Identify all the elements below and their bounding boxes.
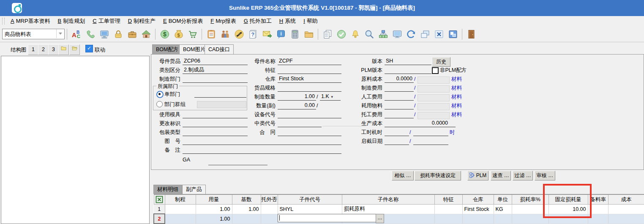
expand-folder-button[interactable] [69,44,80,55]
cell-base[interactable]: 1.00 [232,205,261,214]
row-number[interactable]: 2 [154,214,165,224]
bell-icon[interactable] [349,28,361,41]
col-child-name[interactable]: 子件名称 [342,194,434,205]
col-outsourced[interactable]: 托外否 [261,194,278,205]
exit-door-icon[interactable] [466,28,477,41]
similar-button[interactable]: 相似 … [392,171,414,180]
info-icon[interactable]: i [275,28,287,41]
home-icon[interactable] [140,28,152,41]
copy-docs-icon[interactable] [322,28,333,41]
folder-icon[interactable] [303,28,314,41]
col-usage[interactable]: 用量 [196,194,232,205]
tree-level-3-button[interactable]: 3 [48,44,59,55]
cell-cost[interactable] [608,205,644,214]
work-hours-field1[interactable] [385,128,409,136]
labor-fee-material-link[interactable]: 材料 [451,93,462,100]
sub-qty-field[interactable]: 0.00 [278,102,316,109]
cell-child-name[interactable]: 损耗原料 [342,205,434,214]
linkage-checkbox[interactable]: ✓ [85,45,93,52]
work-hours-field2[interactable] [413,128,448,136]
cell-warehouse[interactable]: First Stock [462,205,494,214]
col-loss-rate[interactable]: 损耗率% [512,194,548,205]
dropdown-arrow-icon[interactable]: ▼ [330,95,334,99]
cell-prep-rate[interactable] [588,214,608,224]
parent-name-field[interactable]: ZCPF [278,57,341,65]
close-x-icon[interactable] [433,28,445,41]
col-prep-rate[interactable]: 备料率 [588,194,608,205]
tab-bom-recipe[interactable]: BOM配方 [152,44,182,55]
cell-loss-rate[interactable] [512,214,548,224]
parent-item-field[interactable]: ZCP06 [183,57,248,65]
consumables-field[interactable] [385,102,414,109]
cell-feature[interactable] [434,205,462,214]
tab-material-detail[interactable]: 材料明细 [153,185,182,194]
mold-field[interactable] [183,111,248,118]
menu-item-mrp-reports[interactable]: FMrp报表 [207,17,240,25]
font-abc-icon[interactable]: ABC [71,28,82,41]
tab-cad-interface[interactable]: CAD接口 [205,44,234,55]
tree-level-2-button[interactable]: 2 [38,44,49,55]
mfg-fee-material-link[interactable]: 材料 [451,85,462,91]
date-range-end-field[interactable] [413,137,448,145]
plm-button[interactable]: PLM [467,171,488,180]
col-feature[interactable]: 特征 [434,194,462,205]
grip-handle[interactable] [2,18,5,25]
outsource-fee-material-link[interactable]: 材料 [451,111,462,118]
clipboard-icon[interactable] [205,28,217,41]
child-code-edit-input[interactable] [278,214,376,222]
version-field[interactable]: SH [385,57,431,65]
category-field[interactable]: 2.制成品 [183,66,248,74]
row-number[interactable]: 1 [154,205,165,214]
tab-byproduct[interactable]: 副产品 [182,185,206,194]
money-bag-icon[interactable]: $ [173,28,184,41]
cell-unit[interactable] [494,214,512,224]
briefcase-icon[interactable] [126,28,138,41]
computer-icon[interactable] [98,28,110,41]
date-range-start-field[interactable] [385,137,409,145]
family-icon[interactable] [219,28,231,41]
phone-icon[interactable] [85,28,96,41]
menu-item-system[interactable]: H系统 [276,17,300,25]
mfg-qty-unit-dropdown[interactable]: 1.K▼ [320,93,341,101]
child-code-lookup-button[interactable]: … [376,214,384,223]
module-combobox[interactable]: 商品物料表 [2,29,65,39]
device-code-field[interactable] [278,111,341,118]
contract-field[interactable] [278,128,341,136]
swap-arrows-icon[interactable] [233,28,245,41]
bom-structure-tree[interactable] [1,56,150,224]
labor-fee-field[interactable] [385,93,414,101]
menu-item-mfg-planning[interactable]: B制造规划 [54,17,89,25]
cell-process[interactable] [165,205,196,214]
non-plm-checkbox[interactable] [432,67,439,74]
dept-group-radio[interactable] [156,101,163,107]
raw-cost-field[interactable]: 0.0000 [385,75,414,83]
chevron-down-icon[interactable] [56,29,64,38]
single-dept-radio[interactable] [156,91,164,98]
lock-icon[interactable] [112,28,124,41]
mid-class-field[interactable] [278,120,322,127]
refresh-icon[interactable] [405,28,417,41]
cell-fixed-loss[interactable] [548,214,588,224]
cell-usage[interactable]: 1.00 [196,205,232,214]
col-fixed-loss[interactable]: 固定损耗量 [548,194,588,205]
help-doc-icon[interactable]: ? [247,28,259,41]
col-child-code[interactable]: 子件代号 [278,194,342,205]
cell-warehouse[interactable] [462,214,494,224]
dollar-coin-icon[interactable]: $ [159,28,170,41]
history-button[interactable]: 历史 [432,57,450,67]
col-cost[interactable]: 成本 [608,194,644,205]
change-flag-field[interactable] [183,120,248,127]
menu-item-bom-reports[interactable]: EBOM分析报表 [159,17,207,25]
drawing-no-field[interactable] [183,137,341,145]
quick-search-button[interactable]: 速查 … [491,171,511,180]
col-unit[interactable]: 单位 [494,194,512,205]
org-tree-icon[interactable] [377,28,389,41]
cell-prep-rate[interactable] [588,205,608,214]
plm-version-field[interactable] [385,66,431,74]
collapse-folder-button[interactable] [58,44,69,55]
audit-button[interactable]: 审核 … [535,171,555,180]
col-base[interactable]: 基数 [232,194,261,205]
cell-outsourced[interactable] [261,214,278,224]
menu-item-help[interactable]: I帮助 [300,17,322,25]
col-warehouse[interactable]: 仓库 [462,194,494,205]
